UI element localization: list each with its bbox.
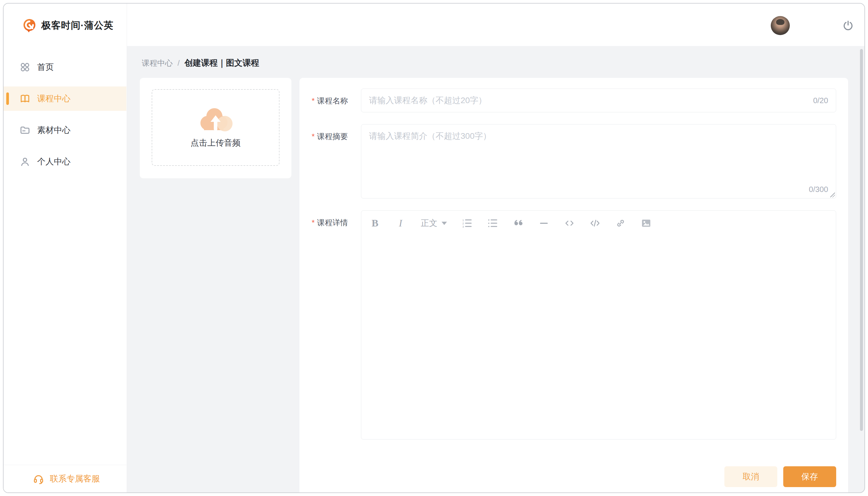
sidebar-item-personal-center[interactable]: 个人中心 — [3, 150, 126, 174]
user-avatar[interactable] — [771, 16, 790, 35]
italic-button[interactable]: I — [395, 217, 406, 230]
course-summary-label: 课程摘要 — [317, 132, 348, 141]
headset-icon — [33, 474, 44, 484]
audio-upload-dropzone[interactable]: 点击上传音频 — [152, 89, 279, 166]
svg-text:1: 1 — [462, 219, 464, 222]
inline-code-icon — [564, 218, 575, 228]
rich-text-editor: B I 正文 1 2 3 — [361, 211, 836, 439]
insert-image-button[interactable] — [641, 217, 652, 230]
course-summary-counter: 0/300 — [809, 185, 828, 194]
book-open-icon — [20, 93, 30, 104]
horizontal-rule-button[interactable] — [538, 217, 549, 230]
apps-grid-icon — [20, 62, 30, 73]
resize-handle[interactable] — [830, 192, 835, 197]
field: 0/20 — [361, 89, 836, 112]
audio-upload-card: 点击上传音频 — [140, 78, 291, 178]
field-label: *课程详情 — [311, 211, 361, 439]
ordered-list-button[interactable]: 1 2 3 — [462, 217, 472, 230]
vertical-scrollbar[interactable] — [860, 49, 863, 431]
course-summary-textarea[interactable] — [361, 125, 836, 198]
cloud-upload-icon — [197, 106, 234, 133]
paragraph-style-dropdown[interactable]: 正文 — [421, 217, 447, 230]
main-content: 课程中心 / 创建课程｜图文课程 点击上传音频 — [127, 46, 865, 493]
code-block-button[interactable] — [590, 217, 600, 230]
required-mark: * — [311, 218, 315, 227]
bullet-list-icon — [488, 218, 498, 228]
inline-code-button[interactable] — [564, 217, 575, 230]
course-form: *课程名称 0/20 *课程摘要 — [300, 78, 848, 493]
app-window: 极客时间·蒲公英 首页 课程中心 — [3, 3, 865, 493]
logout-button[interactable] — [842, 20, 854, 31]
code-block-icon — [590, 218, 600, 228]
field-label: *课程名称 — [311, 89, 361, 112]
folder-icon — [20, 125, 30, 136]
course-name-counter: 0/20 — [813, 96, 828, 105]
field: B I 正文 1 2 3 — [361, 211, 836, 439]
active-indicator — [6, 92, 9, 105]
bullet-list-button[interactable] — [487, 217, 498, 230]
link-button[interactable] — [615, 217, 626, 230]
editor-content[interactable] — [361, 236, 836, 440]
upload-label: 点击上传音频 — [191, 137, 241, 149]
sidebar-item-home[interactable]: 首页 — [3, 55, 126, 79]
cancel-button[interactable]: 取消 — [725, 466, 777, 487]
brand-logo: 极客时间·蒲公英 — [22, 18, 113, 33]
sidebar: 极客时间·蒲公英 首页 课程中心 — [3, 3, 127, 493]
form-actions: 取消 保存 — [725, 466, 836, 487]
user-icon — [20, 156, 30, 167]
brand-name: 极客时间·蒲公英 — [41, 19, 113, 32]
sidebar-nav: 首页 课程中心 素材中心 — [3, 55, 126, 181]
breadcrumb-current: 创建课程｜图文课程 — [184, 57, 259, 69]
contact-support-link[interactable]: 联系专属客服 — [3, 465, 126, 493]
course-form-card: *课程名称 0/20 *课程摘要 — [300, 78, 848, 493]
editor-toolbar: B I 正文 1 2 3 — [361, 211, 836, 236]
course-name-label: 课程名称 — [317, 96, 348, 105]
paragraph-style-label: 正文 — [421, 218, 438, 229]
image-icon — [641, 218, 651, 228]
course-summary-wrap: 0/300 — [361, 124, 836, 199]
field-label: *课程摘要 — [311, 124, 361, 199]
form-row-course-summary: *课程摘要 0/300 — [311, 124, 836, 199]
svg-text:3: 3 — [462, 225, 464, 228]
contact-support-label: 联系专属客服 — [50, 473, 100, 484]
sidebar-item-course-center[interactable]: 课程中心 — [3, 87, 126, 111]
top-header — [127, 3, 865, 46]
field: 0/300 — [361, 124, 836, 199]
blockquote-icon — [513, 218, 523, 228]
geektime-logo-icon — [22, 18, 36, 33]
form-row-course-name: *课程名称 0/20 — [311, 89, 836, 112]
chevron-down-icon — [442, 222, 447, 225]
power-icon — [842, 20, 854, 31]
sidebar-item-label: 素材中心 — [37, 125, 71, 136]
svg-text:2: 2 — [462, 222, 464, 225]
course-name-input[interactable] — [369, 96, 807, 105]
form-row-course-detail: *课程详情 B I 正文 — [311, 211, 836, 439]
sidebar-item-label: 课程中心 — [37, 93, 71, 104]
link-icon — [615, 218, 626, 228]
breadcrumb-separator: / — [178, 59, 180, 68]
required-mark: * — [311, 96, 315, 105]
sidebar-item-label: 个人中心 — [37, 156, 71, 167]
bold-button[interactable]: B — [370, 217, 380, 230]
sidebar-item-label: 首页 — [37, 62, 54, 73]
course-detail-label: 课程详情 — [317, 218, 348, 227]
breadcrumb-parent[interactable]: 课程中心 — [142, 58, 173, 68]
save-button[interactable]: 保存 — [783, 466, 836, 487]
sidebar-item-material-center[interactable]: 素材中心 — [3, 118, 126, 142]
blockquote-button[interactable] — [513, 217, 524, 230]
ordered-list-icon: 1 2 3 — [462, 218, 472, 228]
breadcrumb: 课程中心 / 创建课程｜图文课程 — [142, 57, 259, 69]
course-name-input-wrap: 0/20 — [361, 89, 836, 112]
horizontal-rule-icon — [539, 218, 549, 228]
required-mark: * — [311, 132, 315, 141]
